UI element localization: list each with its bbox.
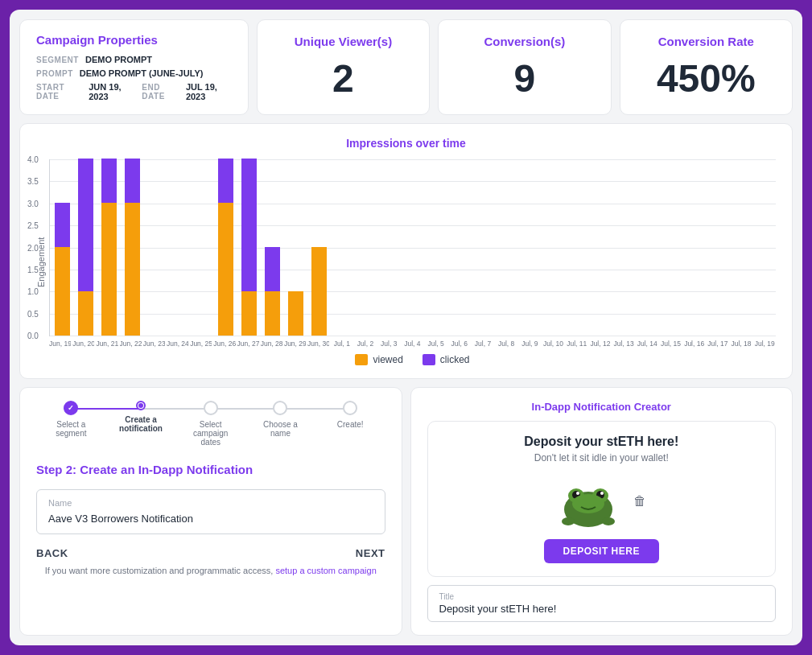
- step-label-0: Select a segment: [43, 420, 99, 438]
- deposit-button[interactable]: DEPOSIT HERE: [544, 539, 659, 563]
- chart-grid: 4.03.53.02.52.01.51.00.50.0: [49, 159, 776, 336]
- x-tick: Jul, 11: [566, 340, 587, 348]
- bar-group: [496, 159, 517, 336]
- conversion-rate-title: Conversion Rate: [658, 35, 754, 48]
- bar-group: [75, 159, 97, 336]
- x-tick: Jul, 5: [425, 340, 447, 348]
- x-tick: Jun, 26: [213, 340, 235, 348]
- bar-stack: [75, 159, 97, 336]
- y-tick: 4.0: [27, 155, 39, 164]
- y-tick: 0.5: [27, 309, 39, 318]
- name-field[interactable]: Name: [36, 489, 385, 534]
- step-circle-4: [343, 401, 357, 415]
- bar-clicked: [125, 159, 140, 203]
- x-tick: Jul, 4: [402, 340, 423, 348]
- unique-viewers-value: 2: [332, 56, 354, 101]
- x-tick: Jul, 14: [637, 340, 658, 348]
- campaign-meta: SEGMENT DEMO PROMPT PROMPT DEMO PROMPT (…: [36, 55, 232, 101]
- wizard-step-4[interactable]: Create!: [315, 401, 385, 429]
- bar-stack: [262, 247, 283, 336]
- bar-stack: [308, 247, 330, 336]
- start-date-label: START DATE: [36, 83, 82, 101]
- wizard-step-1[interactable]: Create a notification: [106, 401, 176, 433]
- prompt-value: DEMO PROMPT (JUNE-JULY): [80, 68, 204, 78]
- bar-group: [449, 159, 471, 336]
- chart-content: 4.03.53.02.52.01.51.00.50.0 Jun, 19Jun, …: [49, 159, 776, 365]
- bar-group: [659, 159, 681, 336]
- segment-label: SEGMENT: [36, 56, 79, 64]
- x-tick: Jul, 10: [542, 340, 564, 348]
- back-button[interactable]: BACK: [36, 547, 68, 559]
- x-tick: Jun, 19: [49, 340, 71, 348]
- title-field[interactable]: Title Deposit your stETH here!: [427, 585, 777, 622]
- trash-icon[interactable]: 🗑: [633, 494, 646, 509]
- step-circle-2: [204, 401, 218, 415]
- notif-title: Deposit your stETH here!: [441, 435, 763, 449]
- x-tick: Jul, 8: [496, 340, 517, 348]
- wizard-steps: ✓Select a segmentCreate a notificationSe…: [36, 401, 385, 447]
- legend-clicked-color: [422, 354, 435, 365]
- bar-group: [589, 159, 611, 336]
- step-label-4: Create!: [337, 420, 364, 429]
- legend-clicked-label: clicked: [440, 354, 470, 365]
- bar-viewed: [125, 203, 140, 336]
- wizard-step-0[interactable]: ✓Select a segment: [36, 401, 106, 438]
- x-tick: Jul, 12: [589, 340, 611, 348]
- x-tick: Jun, 29: [284, 340, 306, 348]
- bar-group: [426, 159, 447, 336]
- title-field-label: Title: [439, 592, 765, 601]
- conversions-card: Conversion(s) 9: [438, 19, 611, 115]
- grid-line: [50, 336, 776, 336]
- segment-row: SEGMENT DEMO PROMPT: [36, 55, 232, 64]
- x-tick: Jun, 21: [96, 340, 117, 348]
- bar-group: [122, 159, 143, 336]
- bar-group: [706, 159, 728, 336]
- chart-legend: viewed clicked: [49, 354, 776, 365]
- x-tick: Jul, 7: [472, 340, 493, 348]
- bar-group: [378, 159, 400, 336]
- delete-icon-area[interactable]: 🗑: [633, 494, 646, 509]
- stats-row: Campaign Properties SEGMENT DEMO PROMPT …: [19, 19, 793, 115]
- bar-group: [215, 159, 237, 336]
- bar-clicked: [78, 159, 93, 291]
- step-label-2: Select campaign dates: [183, 420, 239, 447]
- y-tick: 2.5: [27, 221, 39, 230]
- panel-title: In-Dapp Notification Creator: [427, 401, 777, 413]
- x-tick: Jul, 1: [331, 340, 352, 348]
- custom-campaign-link[interactable]: setup a custom campaign: [275, 566, 376, 575]
- step-connector-1: [141, 408, 211, 410]
- bar-group: [285, 159, 307, 336]
- step-connector-2: [211, 408, 281, 410]
- name-input[interactable]: [48, 513, 373, 525]
- campaign-properties-card: Campaign Properties SEGMENT DEMO PROMPT …: [19, 19, 249, 115]
- x-tick: Jul, 19: [754, 340, 776, 348]
- dates-row: START DATE JUN 19, 2023 END DATE JUL 19,…: [36, 82, 232, 101]
- svg-point-8: [562, 517, 575, 525]
- bar-group: [192, 159, 213, 336]
- end-date-label: END DATE: [142, 83, 179, 101]
- y-tick: 1.5: [27, 265, 39, 274]
- bar-stack: [215, 159, 237, 336]
- next-button[interactable]: NEXT: [356, 547, 385, 559]
- step-circle-3: [273, 401, 287, 415]
- x-tick: Jul, 16: [683, 340, 705, 348]
- bar-stack: [98, 159, 120, 336]
- bar-group: [519, 159, 541, 336]
- x-tick: Jun, 27: [237, 340, 259, 348]
- y-tick: 3.5: [27, 177, 39, 186]
- x-tick: Jul, 9: [519, 340, 541, 348]
- legend-viewed: viewed: [355, 354, 402, 365]
- bar-group: [308, 159, 330, 336]
- conversion-rate-value: 450%: [657, 56, 756, 101]
- wizard-step-3[interactable]: Choose a name: [245, 401, 315, 438]
- step-connector-0: [71, 408, 141, 410]
- bar-group: [145, 159, 167, 336]
- bars-container: [50, 159, 776, 336]
- prompt-label: PROMPT: [36, 69, 73, 78]
- frog-icon: [559, 473, 619, 529]
- notif-image: [556, 473, 620, 529]
- y-tick: 3.0: [27, 199, 39, 208]
- y-tick: 0.0: [27, 332, 39, 340]
- bar-group: [612, 159, 634, 336]
- x-tick: Jul, 3: [378, 340, 400, 348]
